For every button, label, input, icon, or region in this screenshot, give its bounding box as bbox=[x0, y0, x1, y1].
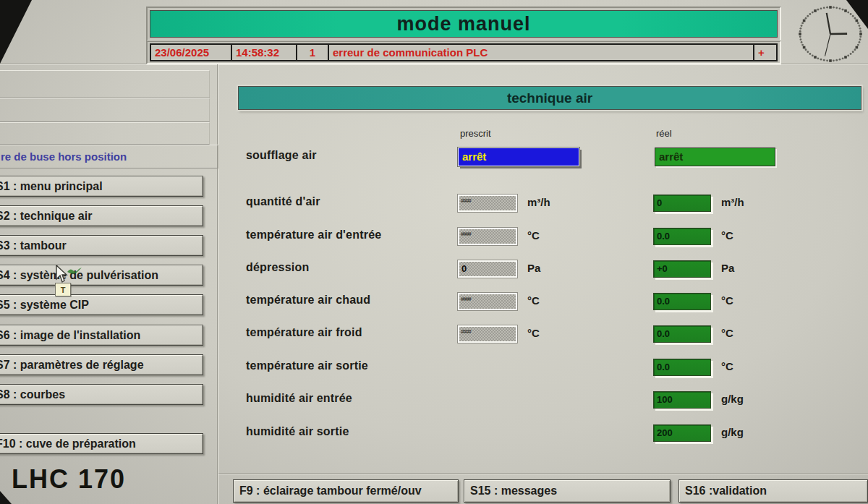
unit-label: °C bbox=[527, 229, 540, 242]
unit-label: °C bbox=[527, 327, 540, 339]
sidebar-button-s2-technique-air[interactable]: S2 : technique air bbox=[0, 205, 203, 226]
alarm-line bbox=[0, 122, 210, 145]
divider-footer bbox=[218, 473, 868, 474]
sidebar-button-s3-tambour[interactable]: S3 : tambour bbox=[0, 235, 203, 256]
depression-prescrit-input[interactable]: 0 bbox=[458, 260, 517, 278]
quantite-air-reel-display: 0 bbox=[653, 195, 711, 212]
sidebar-button-s5-systeme-cip[interactable]: S5 : système CIP bbox=[0, 294, 203, 315]
temp-air-chaud-reel-display: 0.0 bbox=[653, 293, 711, 310]
panel-title: technique air bbox=[507, 90, 592, 106]
alarm-status-bar: 23/06/2025 14:58:32 1 erreur de communic… bbox=[150, 43, 778, 61]
alarm-count: 1 bbox=[297, 45, 329, 60]
column-header-reel: réel bbox=[656, 128, 672, 139]
unit-label: Pa bbox=[527, 262, 540, 274]
footer-button-s15-messages[interactable]: S15 : messages bbox=[464, 479, 671, 503]
status-time: 14:58:32 bbox=[232, 45, 297, 60]
sidebar-button-s4-systeme-pulverisation[interactable]: S4 : système de pulvérisation bbox=[0, 265, 203, 286]
unit-label: m³/h bbox=[527, 196, 550, 208]
footer-button-f9-eclairage[interactable]: F9 : éclairage tambour fermé/ouv bbox=[233, 479, 459, 503]
footer-button-s16-validation[interactable]: S16 :validation bbox=[678, 479, 868, 503]
nozzle-alarm-text: re de buse hors position bbox=[1, 150, 127, 163]
temp-air-froid-reel-display: 0.0 bbox=[653, 325, 711, 343]
row-label: quantité d'air bbox=[246, 195, 320, 208]
unit-label: g/kg bbox=[721, 393, 744, 405]
column-header-prescrit: prescrit bbox=[460, 128, 491, 139]
row-label: dépression bbox=[246, 261, 309, 274]
divider-sidebar-main bbox=[217, 64, 218, 504]
unit-label: °C bbox=[721, 294, 733, 307]
unit-label: g/kg bbox=[721, 426, 744, 438]
row-label: humidité air entrée bbox=[246, 392, 352, 405]
temp-air-froid-prescrit-input[interactable]: #### bbox=[458, 325, 517, 343]
quantite-air-prescrit-input[interactable]: #### bbox=[458, 195, 517, 212]
depression-reel-display: +0 bbox=[653, 260, 711, 278]
humidite-air-sortie-reel-display: 200 bbox=[653, 424, 711, 442]
cursor-tool-badge: T bbox=[55, 283, 71, 296]
row-label: température air sortie bbox=[246, 359, 368, 372]
sidebar-button-s8-courbes[interactable]: S8 : courbes bbox=[0, 384, 203, 405]
machine-name: LHC 170 bbox=[12, 464, 126, 495]
mode-banner: mode manuel bbox=[150, 10, 778, 38]
status-date: 23/06/2025 bbox=[151, 45, 232, 60]
alarm-more-button[interactable]: + bbox=[754, 45, 776, 60]
unit-label: °C bbox=[527, 294, 540, 307]
nozzle-alarm-line: re de buse hors position bbox=[0, 145, 218, 168]
banner-frame: mode manuel bbox=[146, 7, 781, 41]
unit-label: m³/h bbox=[721, 196, 744, 208]
alarm-message: erreur de communication PLC bbox=[329, 45, 754, 60]
photo-corner bbox=[0, 0, 32, 64]
unit-label: °C bbox=[721, 229, 733, 242]
row-label: température air froid bbox=[246, 326, 362, 339]
mode-banner-title: mode manuel bbox=[396, 13, 530, 35]
sidebar-button-f10-cuve-preparation[interactable]: F10 : cuve de préparation bbox=[0, 433, 203, 454]
hmi-screen: mode manuel 23/06/2025 14:58:32 1 erreur… bbox=[0, 0, 868, 504]
row-label: humidité air sortie bbox=[246, 425, 349, 438]
unit-label: °C bbox=[721, 327, 733, 339]
row-label: soufflage air bbox=[246, 149, 317, 162]
temp-air-entree-reel-display: 0.0 bbox=[653, 228, 711, 245]
alarm-line bbox=[0, 98, 210, 122]
row-label: température air chaud bbox=[246, 294, 370, 307]
sidebar-button-s7-parametres-reglage[interactable]: S7 : paramètres de réglage bbox=[0, 354, 203, 375]
temp-air-entree-prescrit-input[interactable]: #### bbox=[458, 228, 517, 245]
soufflage-prescrit-input[interactable]: arrêt bbox=[458, 148, 579, 166]
soufflage-reel-display: arrêt bbox=[655, 148, 775, 166]
temp-air-chaud-prescrit-input[interactable]: #### bbox=[458, 293, 517, 310]
temp-air-sortie-reel-display: 0.0 bbox=[653, 359, 711, 376]
humidite-air-entree-reel-display: 100 bbox=[653, 391, 711, 409]
row-label: température air d'entrée bbox=[246, 228, 381, 242]
status-frame: 23/06/2025 14:58:32 1 erreur de communic… bbox=[146, 40, 781, 64]
sidebar-button-s1-menu-principal[interactable]: S1 : menu principal bbox=[0, 176, 203, 197]
alarm-line bbox=[0, 70, 210, 98]
sidebar-button-s6-image-installation[interactable]: S6 : image de l'installation bbox=[0, 325, 203, 346]
unit-label: °C bbox=[721, 360, 733, 372]
unit-label: Pa bbox=[721, 262, 734, 274]
photo-corner bbox=[0, 491, 12, 504]
panel-title-bar: technique air bbox=[238, 86, 861, 110]
